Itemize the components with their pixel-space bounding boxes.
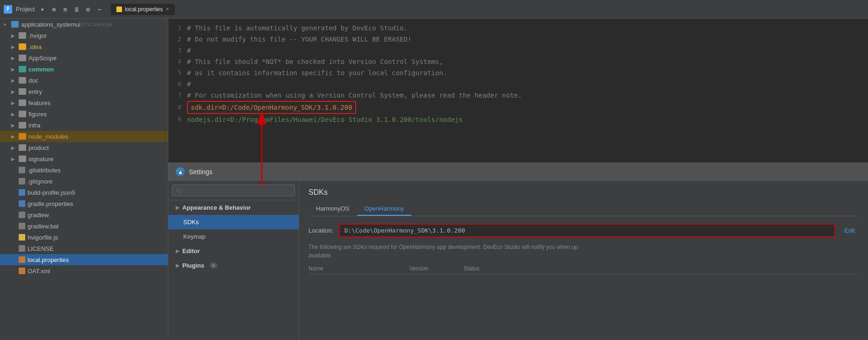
item-label: gradle.properties <box>28 200 73 207</box>
code-line-3: 3 # <box>168 45 868 56</box>
project-icon: P <box>4 5 12 14</box>
folder-icon <box>19 55 26 61</box>
line-content: # <box>187 78 191 90</box>
sidebar-item-idea[interactable]: ▶ .idea <box>0 41 168 52</box>
sidebar-item-hvigor[interactable]: ▶ .hvigor <box>0 30 168 41</box>
sidebar-item-gitattributes[interactable]: .gitattributes <box>0 164 168 176</box>
sidebar-item-local-properties[interactable]: local.properties <box>0 254 168 265</box>
nav-item-label: SDKs <box>183 219 199 226</box>
line-content: nodejs.dir=D:/ProgramFiles/Huawei/DevEco… <box>187 114 463 125</box>
settings-nav-editor[interactable]: ▶ Editor <box>168 244 299 258</box>
tab-close-button[interactable]: ✕ <box>165 7 169 12</box>
sidebar-item-node-modules[interactable]: ▶ node_modules <box>0 131 168 142</box>
settings-header: ▲ Settings <box>168 163 868 181</box>
minimize-icon[interactable]: − <box>96 5 103 14</box>
code-line-7: 7 # For customization when using a Versi… <box>168 90 868 101</box>
sidebar-item-oat[interactable]: OAT.xml <box>0 265 168 276</box>
nav-arrow: ▶ <box>176 263 179 268</box>
sidebar-item-signature[interactable]: ▶ signature <box>0 153 168 164</box>
nav-item-label: Keymap <box>183 233 206 240</box>
col-name: Name <box>308 265 402 272</box>
sidebar-item-entry[interactable]: ▶ entry <box>0 86 168 97</box>
root-path: D:\Code\Ope <box>82 21 112 27</box>
sidebar-item-infra[interactable]: ▶ infra <box>0 120 168 131</box>
settings-nav: ▶ Appearance & Behavior SDKs Keymap <box>168 200 299 340</box>
arrow: ▶ <box>11 156 19 162</box>
sdk-edit-button[interactable]: Edit <box>841 225 859 236</box>
sidebar-item-gradlew[interactable]: gradlew <box>0 209 168 220</box>
arrow: ▶ <box>11 33 19 38</box>
sidebar-item-figures[interactable]: ▶ figures <box>0 108 168 120</box>
line-number: 6 <box>168 78 187 90</box>
folder-icon <box>19 133 26 140</box>
col-version: Version <box>409 265 456 272</box>
item-label: LICENSE <box>28 245 54 252</box>
nav-icon-1[interactable]: ⊕ <box>50 5 57 14</box>
item-label: common <box>29 66 54 73</box>
folder-icon <box>19 88 26 95</box>
sidebar-item-product[interactable]: ▶ product <box>0 142 168 153</box>
tab-bar: local.properties ✕ <box>111 4 175 15</box>
sidebar-root[interactable]: ▾ applications_systemui D:\Code\Ope <box>0 19 168 30</box>
code-line-4: 4 # This file should *NOT* be checked in… <box>168 56 868 67</box>
item-label: local.properties <box>28 256 69 263</box>
line-content: # <box>187 45 191 56</box>
item-label: .hvigor <box>29 32 47 39</box>
tab-local-properties[interactable]: local.properties ✕ <box>111 4 175 15</box>
sdk-desc-text2: available. <box>308 252 332 259</box>
code-line-6: 6 # <box>168 78 868 90</box>
line-number: 1 <box>168 22 187 34</box>
line-number: 7 <box>168 90 187 101</box>
sidebar-item-doc[interactable]: ▶ doc <box>0 75 168 86</box>
line-content: # This file is automatically generated b… <box>187 22 408 34</box>
line-content-highlighted: sdk.dir=D:/Code/OpenHarmony_SDK/3.1.0.20… <box>187 101 356 114</box>
file-icon <box>19 234 25 241</box>
item-label: .gitattributes <box>28 167 61 174</box>
settings-nav-plugins[interactable]: ▶ Plugins ≡ <box>168 258 299 273</box>
item-label: doc <box>29 77 38 84</box>
main-area: ▾ applications_systemui D:\Code\Ope ▶ .h… <box>0 19 868 340</box>
sidebar-item-build-profile[interactable]: build-profile.json5 <box>0 187 168 198</box>
line-number: 2 <box>168 34 187 45</box>
sidebar: ▾ applications_systemui D:\Code\Ope ▶ .h… <box>0 19 168 340</box>
settings-nav-appearance[interactable]: ▶ Appearance & Behavior <box>168 200 299 215</box>
file-icon <box>19 189 25 196</box>
settings-right-panel: SDKs HarmonyOS OpenHarmony Location: Edi… <box>299 181 868 340</box>
item-label: infra <box>29 122 40 129</box>
project-dropdown[interactable]: ▾ <box>38 5 46 14</box>
col-status: Status <box>464 265 510 272</box>
sdk-location-row: Location: Edit <box>308 224 859 237</box>
settings-nav-sdks[interactable]: SDKs <box>168 215 299 229</box>
settings-nav-keymap[interactable]: Keymap <box>168 229 299 244</box>
nav-icon-2[interactable]: ≡ <box>61 5 69 14</box>
settings-logo: ▲ <box>176 167 185 177</box>
folder-icon <box>19 99 26 106</box>
sdk-tab-harmony[interactable]: HarmonyOS <box>308 202 357 216</box>
sidebar-item-gitignore[interactable]: .gitignore <box>0 176 168 187</box>
code-line-8: 8 sdk.dir=D:/Code/OpenHarmony_SDK/3.1.0.… <box>168 101 868 114</box>
sidebar-item-license[interactable]: LICENSE <box>0 243 168 254</box>
code-line-5: 5 # as it contains information specific … <box>168 67 868 78</box>
sdk-location-input[interactable] <box>339 224 835 237</box>
sidebar-item-gradlew-bat[interactable]: gradlew.bat <box>0 220 168 232</box>
folder-icon <box>19 32 26 39</box>
tab-label: local.properties <box>125 6 163 13</box>
sidebar-item-features[interactable]: ▶ features <box>0 97 168 108</box>
item-label: .idea <box>29 43 42 50</box>
sdk-tab-openharmony[interactable]: OpenHarmony <box>357 202 412 216</box>
settings-search-input[interactable] <box>172 184 295 196</box>
title-bar: P Project ▾ ⊕ ≡ ≣ ⚙ − local.properties ✕ <box>0 0 868 19</box>
sidebar-item-appscope[interactable]: ▶ AppScope <box>0 52 168 64</box>
sdk-desc-text: The following are SDKs required for Open… <box>308 244 578 250</box>
sidebar-item-common[interactable]: ▶ common <box>0 64 168 75</box>
editor-area: 1 # This file is automatically generated… <box>168 19 868 340</box>
folder-icon <box>19 111 26 117</box>
sidebar-item-gradle-properties[interactable]: gradle.properties <box>0 198 168 209</box>
settings-icon[interactable]: ⚙ <box>84 5 92 14</box>
tab-file-icon <box>116 7 122 12</box>
nav-icon-3[interactable]: ≣ <box>73 5 80 14</box>
folder-icon <box>19 43 26 50</box>
sdk-section-title: SDKs <box>308 188 859 197</box>
sidebar-item-hvigorfile[interactable]: hvigorfile.js <box>0 232 168 243</box>
line-number: 4 <box>168 56 187 67</box>
